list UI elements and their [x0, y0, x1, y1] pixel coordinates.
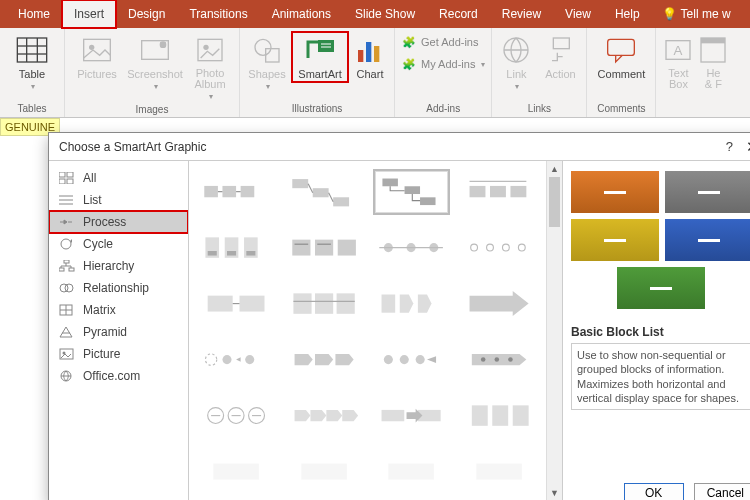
smartart-thumb[interactable] — [197, 449, 275, 495]
header-icon — [697, 34, 729, 66]
smartart-thumb-selected[interactable] — [373, 169, 451, 215]
smartart-thumb[interactable] — [197, 393, 275, 439]
category-all[interactable]: All — [49, 167, 188, 189]
dialog-title: Choose a SmartArt Graphic — [59, 140, 206, 154]
tab-animations[interactable]: Animations — [260, 0, 343, 28]
tab-design[interactable]: Design — [116, 0, 177, 28]
category-pyramid[interactable]: Pyramid — [49, 321, 188, 343]
category-office[interactable]: Office.com — [49, 365, 188, 387]
category-process[interactable]: Process — [49, 211, 188, 233]
tab-help[interactable]: Help — [603, 0, 652, 28]
smartart-thumb[interactable] — [460, 281, 538, 327]
get-addins-button[interactable]: 🧩Get Add-ins — [401, 32, 478, 52]
svg-rect-53 — [383, 179, 398, 187]
header-footer-button[interactable]: He & F — [698, 32, 728, 92]
tab-transitions[interactable]: Transitions — [177, 0, 259, 28]
scroll-down-icon[interactable]: ▼ — [547, 485, 562, 500]
svg-point-92 — [416, 355, 425, 364]
dialog-close-button[interactable]: ✕ — [746, 138, 750, 156]
smartart-thumb[interactable] — [197, 281, 275, 327]
textbox-label: Text Box — [668, 68, 688, 90]
category-list-item[interactable]: List — [49, 189, 188, 211]
smartart-thumb[interactable] — [460, 337, 538, 383]
scroll-thumb[interactable] — [549, 177, 560, 227]
smartart-thumb[interactable] — [460, 449, 538, 495]
smartart-dialog: Choose a SmartArt Graphic ? ✕ All List P… — [48, 132, 750, 500]
smartart-thumb[interactable] — [373, 225, 451, 271]
svg-rect-0 — [17, 38, 46, 62]
smartart-thumb[interactable] — [285, 449, 363, 495]
smartart-thumb[interactable] — [460, 393, 538, 439]
group-illustrations: Shapes▾ SmartArt Chart Illustrations — [240, 28, 395, 117]
smartart-thumb[interactable] — [285, 337, 363, 383]
dialog-help-button[interactable]: ? — [726, 139, 733, 154]
tab-home[interactable]: Home — [6, 0, 62, 28]
tab-view[interactable]: View — [553, 0, 603, 28]
smartart-button[interactable]: SmartArt — [292, 32, 348, 82]
ribbon-tabs: Home Insert Design Transitions Animation… — [0, 0, 750, 28]
tab-review[interactable]: Review — [490, 0, 553, 28]
gallery-scrollbar[interactable]: ▲ ▼ — [546, 161, 562, 500]
smartart-thumb[interactable] — [285, 281, 363, 327]
svg-rect-14 — [318, 40, 334, 52]
table-button[interactable]: Table▾ — [4, 32, 60, 93]
smartart-thumb[interactable] — [373, 281, 451, 327]
link-button[interactable]: Link▾ — [496, 32, 536, 93]
category-label: Hierarchy — [83, 259, 134, 273]
textbox-button[interactable]: A Text Box — [660, 32, 696, 92]
category-picture[interactable]: Picture — [49, 343, 188, 365]
svg-point-75 — [471, 245, 478, 252]
svg-rect-63 — [207, 251, 216, 256]
smartart-thumb[interactable] — [285, 393, 363, 439]
ok-button[interactable]: OK — [624, 483, 684, 500]
smartart-thumb[interactable] — [197, 225, 275, 271]
pictures-button[interactable]: Pictures — [69, 32, 125, 82]
smartart-thumb[interactable] — [197, 337, 275, 383]
group-links: Link▾ Action Links — [492, 28, 587, 117]
pyramid-icon — [59, 325, 75, 339]
smartart-thumb[interactable] — [460, 225, 538, 271]
group-links-label: Links — [496, 102, 582, 117]
my-addins-label: My Add-ins — [421, 58, 475, 70]
category-cycle[interactable]: Cycle — [49, 233, 188, 255]
cancel-button[interactable]: Cancel — [694, 483, 750, 500]
svg-point-95 — [508, 358, 513, 363]
smartart-thumb[interactable] — [197, 169, 275, 215]
tab-record[interactable]: Record — [427, 0, 490, 28]
comment-button[interactable]: Comment — [591, 32, 651, 82]
picture-icon — [81, 34, 113, 66]
screenshot-button[interactable]: Screenshot▾ — [127, 32, 183, 93]
action-button[interactable]: Action — [538, 32, 582, 82]
tab-insert[interactable]: Insert — [62, 0, 116, 28]
smartart-thumb[interactable] — [373, 337, 451, 383]
category-matrix[interactable]: Matrix — [49, 299, 188, 321]
relationship-icon — [59, 281, 75, 295]
my-addins-button[interactable]: 🧩My Add-ins ▾ — [401, 54, 485, 74]
tell-me[interactable]: 💡 Tell me w — [652, 7, 731, 21]
smartart-thumb[interactable] — [373, 449, 451, 495]
group-images-label: Images — [69, 103, 235, 118]
scroll-track[interactable] — [547, 177, 562, 485]
smartart-thumb[interactable] — [373, 393, 451, 439]
hierarchy-icon — [59, 259, 75, 273]
chart-button[interactable]: Chart — [350, 32, 390, 82]
photo-album-button[interactable]: Photo Album▾ — [185, 32, 235, 103]
comment-label: Comment — [598, 68, 646, 80]
scroll-up-icon[interactable]: ▲ — [547, 161, 562, 177]
category-relationship[interactable]: Relationship — [49, 277, 188, 299]
cycle-icon — [59, 237, 75, 251]
photo-album-icon — [194, 34, 226, 66]
svg-rect-66 — [292, 240, 310, 256]
group-addins-label: Add-ins — [399, 102, 487, 117]
svg-point-91 — [400, 355, 409, 364]
tab-slideshow[interactable]: Slide Show — [343, 0, 427, 28]
shapes-button[interactable]: Shapes▾ — [244, 32, 290, 93]
screenshot-icon — [139, 34, 171, 66]
svg-rect-104 — [472, 406, 488, 426]
smartart-thumb[interactable] — [285, 169, 363, 215]
smartart-thumb[interactable] — [285, 225, 363, 271]
category-hierarchy[interactable]: Hierarchy — [49, 255, 188, 277]
svg-point-87 — [205, 354, 216, 365]
svg-rect-17 — [358, 50, 363, 62]
smartart-thumb[interactable] — [460, 169, 538, 215]
